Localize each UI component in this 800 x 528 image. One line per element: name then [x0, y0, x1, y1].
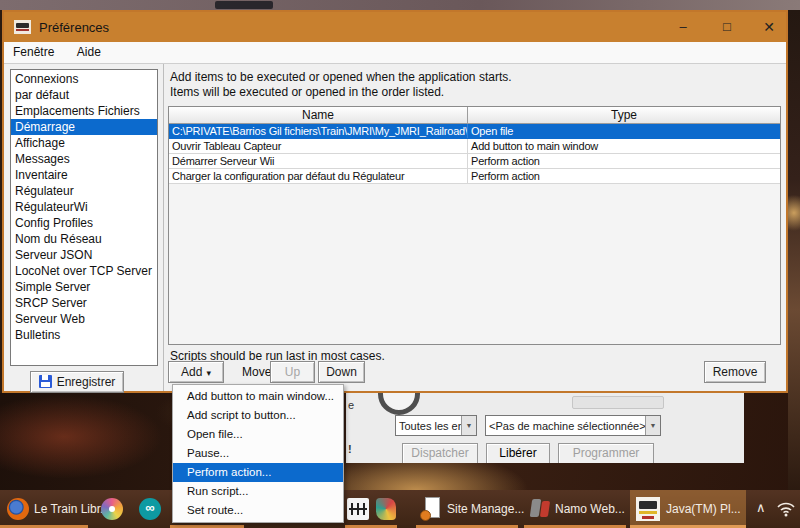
minimize-button[interactable]: – — [666, 12, 700, 42]
menu-fenetre[interactable]: Fenêtre — [4, 42, 63, 62]
move-down-button[interactable]: Down — [318, 361, 365, 383]
namo-web-icon[interactable] — [529, 499, 551, 519]
menu-item-open-file[interactable]: Open file... — [173, 425, 343, 444]
desktop: e ! Toutes les entrées ▼ <Pas de machine… — [0, 0, 800, 528]
loco-shape — [639, 501, 657, 509]
titlebar[interactable]: Préférences – □ ✕ — [4, 12, 786, 42]
menu-item-add-script[interactable]: Add script to button... — [173, 406, 343, 425]
sidebar-item-config-profiles[interactable]: Config Profiles — [11, 215, 157, 231]
taskbar: Le Train Libr... ∞ Site Manage... Namo W… — [0, 490, 800, 528]
programmer-button[interactable]: Programmer — [558, 443, 654, 463]
machine-select-combo[interactable]: <Pas de machine sélectionnée> ▼ — [485, 415, 661, 436]
table-row[interactable]: Ouvrir Tableau Capteur Add button to mai… — [169, 139, 780, 154]
arduino-icon[interactable]: ∞ — [139, 498, 161, 520]
sidebar-item-demarrage[interactable]: Démarrage — [11, 119, 157, 135]
background-window-fragment-top — [215, 1, 273, 9]
instruction-line-1: Add items to be executed or opened when … — [170, 70, 512, 84]
wallpaper-right-strip — [788, 10, 800, 493]
jmri-label-strip — [642, 516, 654, 519]
sidebar-item-connexions[interactable]: Connexions — [11, 71, 157, 87]
caret-down-icon: ▾ — [206, 368, 211, 378]
wifi-icon[interactable] — [776, 501, 796, 521]
instruction-line-2: Items will be executed or opened in the … — [170, 85, 444, 99]
taskbar-item-site-manager[interactable]: Site Manage... — [447, 502, 524, 516]
background-window: e ! Toutes les entrées ▼ <Pas de machine… — [346, 393, 744, 463]
save-icon — [39, 375, 52, 388]
move-up-button[interactable]: Up — [270, 361, 315, 383]
remove-button[interactable]: Remove — [704, 361, 766, 383]
sidebar-item-serveur-json[interactable]: Serveur JSON — [11, 247, 157, 263]
taskbar-item-train-browser[interactable]: Le Train Libr... — [34, 502, 110, 516]
column-header-type[interactable]: Type — [468, 107, 780, 123]
dispatcher-button[interactable]: Dispatcher — [402, 443, 478, 463]
column-header-name[interactable]: Name — [169, 107, 468, 123]
track-plan-icon[interactable] — [347, 498, 369, 520]
menu-aide[interactable]: Aide — [68, 42, 110, 62]
java-label-strip — [639, 511, 657, 514]
partial-text: ! — [348, 443, 352, 455]
save-button[interactable]: Enregistrer — [30, 371, 124, 393]
cell-type: Add button to main window — [468, 139, 780, 153]
sidebar-item-bulletins[interactable]: Bulletins — [11, 327, 157, 343]
table-header: Name Type — [169, 107, 780, 124]
sidebar-item-simple-server[interactable]: Simple Server — [11, 279, 157, 295]
site-manager-icon[interactable] — [420, 497, 442, 521]
chevron-down-icon[interactable]: ▼ — [645, 416, 660, 435]
table-row[interactable]: Charger la configuration par défaut du R… — [169, 169, 780, 184]
menu-item-pause[interactable]: Pause... — [173, 444, 343, 463]
menu-item-add-button[interactable]: Add button to main window... — [173, 387, 343, 406]
maximize-button[interactable]: □ — [710, 12, 744, 42]
table-row[interactable]: Démarrer Serveur Wii Perform action — [169, 154, 780, 169]
sidebar-item-srcp-server[interactable]: SRCP Server — [11, 295, 157, 311]
settings-category-list: Connexions par défaut Emplacements Fichi… — [10, 69, 158, 366]
menubar: Fenêtre Aide — [4, 42, 786, 64]
taskbar-item-namo[interactable]: Namo Web... — [555, 502, 625, 516]
move-label: Move — [242, 365, 271, 379]
paint-app-icon[interactable] — [101, 498, 123, 520]
jmri-train-icon[interactable] — [636, 497, 660, 521]
partial-text: e — [348, 399, 354, 411]
taskbar-item-java[interactable]: Java(TM) Pl... — [666, 502, 741, 516]
add-button-label: Add — [181, 365, 202, 379]
sidebar-item-messages[interactable]: Messages — [11, 151, 157, 167]
preferences-window: Préférences – □ ✕ Fenêtre Aide Connexion… — [2, 10, 788, 393]
close-button[interactable]: ✕ — [752, 12, 786, 42]
window-title: Préférences — [39, 20, 109, 35]
wallpaper-top-strip — [0, 0, 800, 10]
sidebar-item-regulateur[interactable]: Régulateur — [11, 183, 157, 199]
entries-filter-combo[interactable]: Toutes les entrées ▼ — [395, 415, 477, 436]
cell-type: Perform action — [468, 169, 780, 183]
cell-name: C:\PRIVATE\Barrios Gil fichiers\Train\JM… — [169, 124, 468, 138]
menu-item-run-script[interactable]: Run script... — [173, 482, 343, 501]
namo-red-shape — [540, 501, 550, 517]
menu-item-perform-action[interactable]: Perform action... — [173, 463, 343, 482]
background-control-fragment — [572, 396, 664, 409]
cell-name: Ouvrir Tableau Capteur — [169, 139, 468, 153]
cell-name: Charger la configuration par défaut du R… — [169, 169, 468, 183]
sidebar-item-nom-du-reseau[interactable]: Nom du Réseau — [11, 231, 157, 247]
sidebar-item-loconet-tcp[interactable]: LocoNet over TCP Server — [11, 263, 157, 279]
liberer-button[interactable]: Libérer — [486, 443, 550, 463]
sidebar-item-serveur-web[interactable]: Serveur Web — [11, 311, 157, 327]
startup-items-table: Name Type C:\PRIVATE\Barrios Gil fichier… — [168, 106, 781, 345]
speedometer-gauge-arc — [378, 393, 420, 415]
app-train-icon — [14, 20, 31, 34]
firefox-icon[interactable] — [7, 498, 29, 520]
chevron-down-icon[interactable]: ▼ — [461, 416, 476, 435]
panel-divider — [163, 64, 164, 391]
tray-chevron-icon[interactable]: ∧ — [756, 500, 766, 515]
add-button[interactable]: Add▾ — [168, 361, 224, 383]
add-menu: Add button to main window... Add script … — [172, 384, 344, 523]
cell-name: Démarrer Serveur Wii — [169, 154, 468, 168]
combo-value: <Pas de machine sélectionnée> — [486, 420, 645, 432]
menu-item-set-route[interactable]: Set route... — [173, 501, 343, 520]
save-button-label: Enregistrer — [57, 375, 116, 389]
panel-editor-icon[interactable] — [376, 498, 396, 520]
sidebar-item-emplacements[interactable]: Emplacements Fichiers — [11, 103, 157, 119]
table-row[interactable]: C:\PRIVATE\Barrios Gil fichiers\Train\JM… — [169, 124, 780, 139]
sidebar-item-par-defaut[interactable]: par défaut — [11, 87, 157, 103]
sidebar-item-affichage[interactable]: Affichage — [11, 135, 157, 151]
sidebar-item-inventaire[interactable]: Inventaire — [11, 167, 157, 183]
sidebar-item-regulateurwi[interactable]: RégulateurWi — [11, 199, 157, 215]
combo-value: Toutes les entrées — [396, 420, 461, 432]
